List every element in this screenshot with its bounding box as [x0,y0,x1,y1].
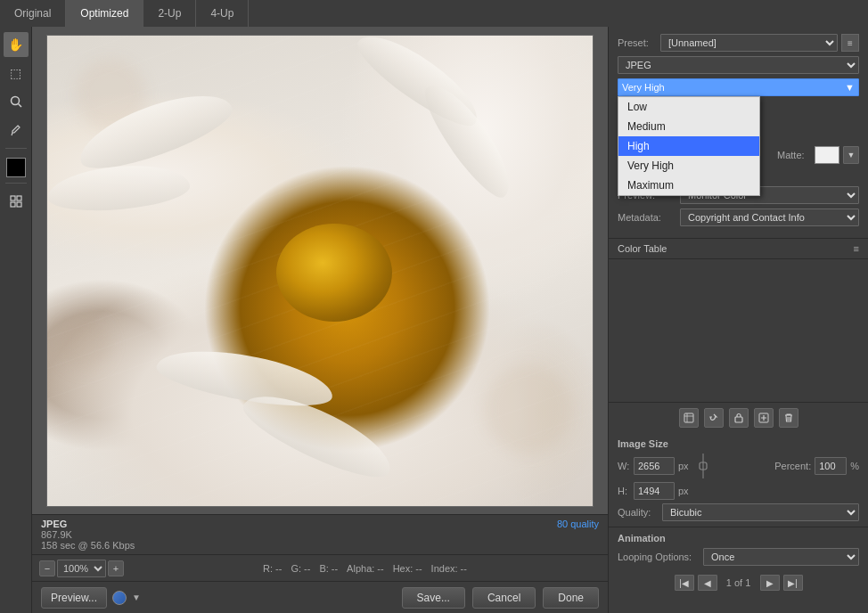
browser-dropdown[interactable]: ▼ [132,593,141,602]
metadata-select[interactable]: Copyright and Contact Info [680,208,859,226]
recycle-icon-btn[interactable] [704,408,724,428]
loop-row: Looping Options: Once Forever Other... [618,548,859,566]
hex-value: -- [415,563,422,574]
svg-rect-6 [17,202,21,207]
percent-unit: % [850,461,859,471]
color-table-menu-icon[interactable]: ≡ [854,243,859,254]
image-filesize: 867.9K [41,529,135,540]
preset-select[interactable]: [Unnamed] [660,34,838,52]
extras-tool[interactable] [4,189,29,214]
quality-dropdown-menu: Low Medium High Very High Maximum [618,96,760,196]
alpha-field: Alpha: -- [347,563,384,574]
hex-label: Hex: [393,563,414,574]
animation-title: Animation [618,533,859,544]
action-right: Save... Cancel Done [402,587,599,609]
width-input[interactable] [634,457,675,475]
cancel-button[interactable]: Cancel [472,587,536,609]
image-canvas-wrapper[interactable] [32,27,608,514]
svg-line-2 [12,133,12,135]
svg-rect-5 [11,202,15,207]
slice-tool[interactable]: ⬚ [4,61,29,86]
toolbar: ✋ ⬚ [0,27,32,613]
matte-label: Matte: [777,150,811,160]
frame-counter: 1 of 1 [721,577,757,588]
quality-option-low[interactable]: Low [618,97,759,117]
save-label: Save... [417,592,450,604]
loop-options-label: Looping Options: [618,552,698,562]
format-select[interactable]: JPEG PNG-8 PNG-24 GIF [618,56,859,74]
last-frame-btn[interactable]: ▶| [783,575,803,591]
next-frame-btn[interactable]: ▶ [760,575,780,591]
svg-rect-8 [735,417,742,422]
delete-icon-btn[interactable] [779,408,798,428]
alpha-value: -- [377,563,383,574]
add-icon-btn[interactable] [754,408,774,428]
zoom-in-btn[interactable]: + [108,560,124,576]
tab-optimized[interactable]: Optimized [66,0,143,27]
index-field: Index: -- [431,563,467,574]
quality-option-high[interactable]: High [618,136,759,156]
tab-original[interactable]: Original [0,0,66,27]
width-label: W: [618,461,630,471]
tab-4up[interactable]: 4-Up [196,0,249,27]
quality-dropdown-button[interactable]: Very High ▼ [618,78,859,96]
prev-frame-btn[interactable]: ◀ [698,575,717,591]
hex-field: Hex: -- [393,563,422,574]
status-left: JPEG 867.9K 158 sec @ 56.6 Kbps [41,519,135,551]
tab-2up[interactable]: 2-Up [143,0,196,27]
animation-section: Animation Looping Options: Once Forever … [609,527,868,600]
zoom-out-btn[interactable]: − [39,560,55,576]
b-field: B: -- [319,563,338,574]
lock-icon-btn[interactable] [729,408,749,428]
zoom-select[interactable]: 100% 50% 200% [57,560,106,577]
foreground-color[interactable] [6,158,26,177]
action-bar: Preview... ▼ Save... Cancel Done [32,581,608,613]
save-button[interactable]: Save... [402,587,465,609]
quality-badge: 80 quality [557,519,599,529]
main-content: ✋ ⬚ [0,27,868,613]
svg-rect-4 [17,196,21,200]
map-icon-btn[interactable] [679,408,699,428]
b-label: B: [319,563,328,574]
image-canvas [46,35,594,507]
index-value: -- [461,563,467,574]
percent-group: Percent: % [774,457,859,475]
percent-input[interactable] [815,457,847,475]
globe-icon[interactable] [112,591,127,605]
matte-stepper[interactable]: ▼ [843,146,859,164]
quality-dropdown-label: Very High [622,82,665,93]
quality-option-medium[interactable]: Medium [618,117,759,136]
quality-option-very-high[interactable]: Very High [618,156,759,176]
bottom-toolbar: − 100% 50% 200% + R: -- G: -- B: [32,554,608,581]
action-left: Preview... ▼ [41,587,141,609]
eyedropper-tool[interactable] [4,118,29,143]
resample-select[interactable]: Bicubic Bilinear Nearest Neighbor [662,503,859,521]
height-row: H: px [618,482,859,500]
pixel-info: R: -- G: -- B: -- Alpha: -- Hex: -- [129,563,601,574]
height-input[interactable] [634,482,675,500]
tool-separator [5,148,27,149]
hand-tool[interactable]: ✋ [4,32,29,57]
color-table-icons [609,402,868,433]
loop-options-select[interactable]: Once Forever Other... [703,548,859,566]
resample-label: Quality: [618,507,659,518]
height-label: H: [618,486,630,496]
image-format: JPEG [41,519,135,529]
image-status: JPEG 867.9K 158 sec @ 56.6 Kbps 80 quali… [32,514,608,554]
preview-button[interactable]: Preview... [41,587,107,609]
quality-option-maximum[interactable]: Maximum [618,176,759,195]
color-table-area [609,259,868,402]
resample-row: Quality: Bicubic Bilinear Nearest Neighb… [618,503,859,521]
quality-dropdown-wrapper: Very High ▼ Low Medium High Very High Ma… [618,78,859,96]
zoom-controls: − 100% 50% 200% + [39,560,124,577]
tool-separator-2 [5,183,27,184]
done-button[interactable]: Done [543,587,599,609]
matte-swatch[interactable] [815,146,839,164]
first-frame-btn[interactable]: |◀ [675,575,694,591]
zoom-tool[interactable] [4,89,29,114]
preset-menu-button[interactable]: ≡ [841,34,859,52]
width-unit: px [678,461,689,471]
tab-bar: Original Optimized 2-Up 4-Up [0,0,868,27]
image-size-section: Image Size W: px Percent: % H: px [609,433,868,527]
color-table-title: Color Table [618,243,667,254]
